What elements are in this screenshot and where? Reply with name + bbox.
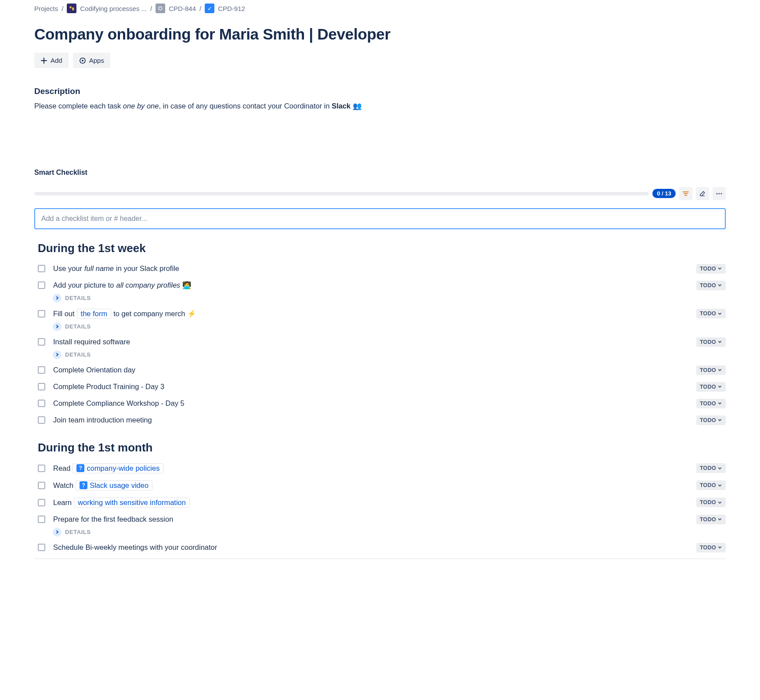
checkbox[interactable]	[38, 265, 45, 272]
checklist-item-text[interactable]: Complete Compliance Workshop - Day 5	[53, 399, 696, 408]
desc-part: Please complete each task	[34, 102, 123, 110]
apps-icon	[79, 57, 86, 64]
status-badge[interactable]: TODO	[696, 480, 726, 490]
status-badge[interactable]: TODO	[696, 337, 726, 347]
checklist-item: Fill out the form to get company merch ⚡…	[34, 305, 726, 322]
checklist-item: Read ?company-wide policiesTODO	[34, 460, 726, 477]
checklist-item: Watch ?Slack usage videoTODO	[34, 477, 726, 494]
checklist-item-text[interactable]: Complete Product Training - Day 3	[53, 382, 696, 391]
add-button-label: Add	[51, 57, 62, 64]
details-label: DETAILS	[65, 323, 91, 330]
svg-point-5	[716, 193, 717, 194]
task-icon: ✓	[205, 4, 214, 13]
add-button[interactable]: Add	[34, 53, 69, 68]
page-title: Company onboarding for Maria Smith | Dev…	[34, 25, 726, 43]
status-badge[interactable]: TODO	[696, 543, 726, 552]
edit-button[interactable]	[696, 187, 709, 200]
checklist-item-text[interactable]: Complete Orientation day	[53, 366, 696, 374]
status-badge[interactable]: TODO	[696, 399, 726, 408]
svg-point-2	[159, 7, 163, 10]
checklist-item-text[interactable]: Join team introduction meeting	[53, 416, 696, 424]
checklist-item: Learn working with sensitive information…	[34, 494, 726, 511]
checklist-item-text[interactable]: Install required software	[53, 338, 696, 346]
more-button[interactable]	[713, 187, 726, 200]
chevron-right-icon	[53, 294, 62, 303]
smart-checklist-label: Smart Checklist	[34, 169, 726, 177]
status-badge[interactable]: TODO	[696, 281, 726, 290]
desc-bold: Slack	[332, 102, 351, 110]
checkbox[interactable]	[38, 383, 45, 390]
details-toggle[interactable]: DETAILS	[53, 294, 726, 303]
breadcrumb-issue[interactable]: ✓ CPD-912	[205, 4, 245, 13]
status-badge[interactable]: TODO	[696, 498, 726, 507]
status-badge[interactable]: TODO	[696, 415, 726, 425]
status-badge[interactable]: TODO	[696, 264, 726, 274]
checklist-item: Use your full name in your Slack profile…	[34, 260, 726, 277]
bottom-divider	[34, 559, 726, 559]
details-toggle[interactable]: DETAILS	[53, 322, 726, 331]
breadcrumb-projects[interactable]: Projects	[34, 5, 58, 12]
status-badge[interactable]: TODO	[696, 515, 726, 524]
checklist-group-header: During the 1st week	[38, 242, 726, 255]
checkbox[interactable]	[38, 310, 45, 318]
status-badge[interactable]: TODO	[696, 382, 726, 392]
checkbox[interactable]	[38, 499, 45, 506]
filter-button[interactable]	[679, 187, 692, 200]
checklist-item: Join team introduction meetingTODO	[34, 412, 726, 429]
checklist-item-text[interactable]: Prepare for the first feedback session	[53, 515, 696, 523]
checkbox[interactable]	[38, 400, 45, 407]
checklist-item-text[interactable]: Use your full name in your Slack profile	[53, 264, 696, 273]
checklist-item-text[interactable]: Add your picture to all company profiles…	[53, 281, 696, 289]
link-chip[interactable]: ?company-wide policies	[72, 463, 163, 473]
breadcrumb-project-label: Codifying processes ...	[80, 5, 147, 12]
checklist-item-text[interactable]: Watch ?Slack usage video	[53, 480, 696, 491]
checkbox[interactable]	[38, 544, 45, 551]
breadcrumb-project[interactable]: Codifying processes ...	[67, 4, 147, 13]
desc-em: one by one	[123, 102, 159, 110]
breadcrumb-epic[interactable]: CPD-844	[156, 4, 196, 13]
checklist-item-text[interactable]: Read ?company-wide policies	[53, 463, 696, 473]
svg-point-4	[82, 60, 83, 61]
checkbox[interactable]	[38, 416, 45, 424]
filter-icon	[682, 190, 689, 197]
add-checklist-input[interactable]	[34, 208, 726, 229]
checklist-group-header: During the 1st month	[38, 441, 726, 455]
checklist-item-text[interactable]: Fill out the form to get company merch ⚡	[53, 309, 696, 319]
checklist-item-text[interactable]: Learn working with sensitive information	[53, 498, 696, 508]
project-icon	[67, 4, 76, 13]
confluence-icon: ?	[80, 481, 87, 489]
checkbox[interactable]	[38, 482, 45, 489]
checkbox[interactable]	[38, 465, 45, 472]
apps-button[interactable]: Apps	[73, 53, 110, 68]
details-label: DETAILS	[65, 295, 91, 301]
details-label: DETAILS	[65, 351, 91, 358]
breadcrumb-issue-label: CPD-912	[218, 5, 245, 12]
checkbox[interactable]	[38, 281, 45, 289]
details-toggle[interactable]: DETAILS	[53, 350, 726, 359]
desc-part: , in case of any questions contact your …	[159, 102, 331, 110]
details-toggle[interactable]: DETAILS	[53, 528, 726, 537]
checklist-item: Prepare for the first feedback sessionTO…	[34, 511, 726, 528]
plus-icon	[40, 57, 47, 64]
svg-rect-0	[69, 6, 71, 8]
progress-bar	[34, 192, 649, 195]
checkbox[interactable]	[38, 338, 45, 346]
link-chip[interactable]: ?Slack usage video	[76, 480, 152, 491]
link-chip[interactable]: working with sensitive information	[74, 498, 190, 508]
link-chip[interactable]: the form	[77, 309, 112, 319]
description-label: Description	[34, 87, 726, 96]
description-text[interactable]: Please complete each task one by one, in…	[34, 101, 726, 112]
checklist-item: Add your picture to all company profiles…	[34, 277, 726, 294]
details-label: DETAILS	[65, 529, 91, 535]
chevron-right-icon	[53, 528, 62, 537]
more-icon	[716, 190, 723, 197]
progress-row: 0 / 13	[34, 187, 726, 200]
checklist-item-text[interactable]: Schedule Bi-weekly meetings with your co…	[53, 543, 696, 552]
checklist-item: Complete Compliance Workshop - Day 5TODO	[34, 395, 726, 412]
checkbox[interactable]	[38, 366, 45, 374]
status-badge[interactable]: TODO	[696, 309, 726, 318]
status-badge[interactable]: TODO	[696, 365, 726, 375]
status-badge[interactable]: TODO	[696, 463, 726, 473]
checkbox[interactable]	[38, 516, 45, 523]
checklist-item: Complete Product Training - Day 3TODO	[34, 379, 726, 395]
